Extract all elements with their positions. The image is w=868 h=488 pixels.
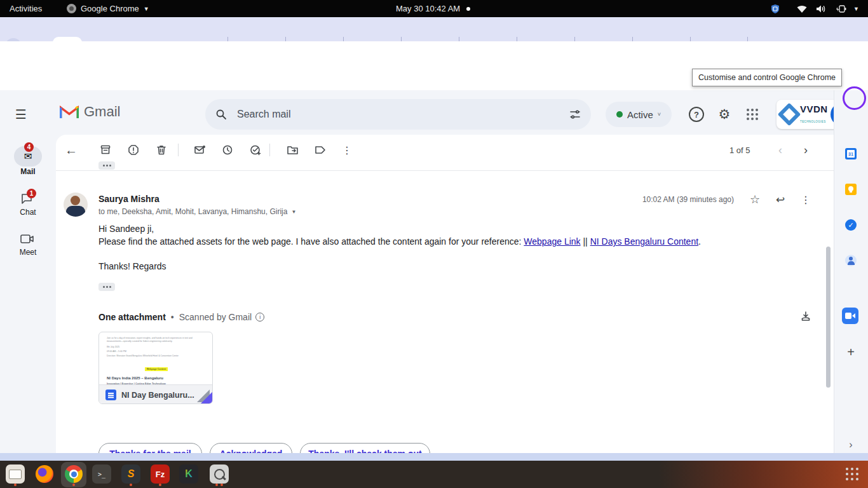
clock[interactable]: May 30 10:42 AM (396, 0, 470, 17)
search-filters-icon[interactable] (569, 109, 581, 120)
question-icon: ? (689, 107, 704, 122)
show-side-panel-chevron[interactable]: › (844, 438, 857, 451)
running-dot (159, 484, 161, 486)
shield-icon (770, 4, 780, 14)
report-spam-button[interactable] (125, 141, 142, 159)
dock-terminal[interactable]: >_ (92, 464, 111, 484)
wifi-icon (796, 4, 808, 14)
previous-message-fragment[interactable] (98, 158, 115, 170)
side-panel-rail (834, 90, 868, 453)
scrollbar-thumb[interactable] (826, 247, 831, 388)
terminal-icon: >_ (98, 471, 105, 478)
attachment-preview: Join us for a day of innovation, expert … (99, 332, 213, 384)
gmail-m-icon (60, 104, 79, 119)
reply-button[interactable]: ↩ (771, 191, 789, 208)
sidebar-item-meet-icon[interactable] (20, 233, 35, 248)
older-email-chevron[interactable]: › (797, 141, 815, 159)
dock-screenshot-tool[interactable] (210, 464, 229, 484)
chrome-icon (65, 465, 83, 483)
show-applications-button[interactable] (846, 468, 858, 480)
download-all-attachments-button[interactable] (797, 308, 815, 325)
calendar-icon[interactable]: 31 (844, 147, 857, 160)
activities-button[interactable]: Activities (10, 0, 42, 17)
app-menu[interactable]: Google Chrome ▼ (67, 0, 149, 17)
dock-files[interactable] (6, 464, 25, 484)
sender-name[interactable]: Saurya Mishra (98, 194, 159, 204)
system-tray[interactable]: ▼ (796, 0, 859, 17)
caret-down-icon: ▼ (144, 6, 149, 12)
notification-dot-icon (466, 7, 470, 11)
running-dot (14, 484, 17, 486)
running-dot (220, 484, 223, 486)
volume-icon (815, 4, 827, 14)
magnifier-icon (214, 469, 225, 480)
show-trimmed-content-button[interactable] (98, 279, 115, 291)
ni-days-content-link[interactable]: NI Days Bengaluru Content (590, 236, 698, 247)
camera-icon (20, 233, 35, 245)
sidebar-item-meet[interactable]: Meet (0, 248, 56, 257)
smart-reply-1[interactable]: Thanks for the mail (98, 443, 202, 453)
dock-chrome[interactable] (64, 464, 83, 484)
sidebar-item-mail[interactable]: Mail (0, 167, 56, 176)
dock-sublime[interactable]: S (121, 464, 140, 484)
search-input[interactable] (236, 108, 569, 121)
system-top-bar: Activities Google Chrome ▼ May 30 10:42 … (0, 0, 868, 17)
preview-title: NI Days India 2025 – Bengaluru (107, 376, 206, 380)
mark-unread-button[interactable] (191, 141, 208, 159)
delete-button[interactable] (153, 141, 170, 159)
k-app-icon: K (185, 468, 193, 480)
more-options-kebab[interactable]: ⋮ (338, 141, 356, 159)
webpage-link[interactable]: Webpage Link (524, 236, 580, 247)
attachment-name: NI Day Bengaluru... (121, 391, 194, 400)
apps-grid-icon (747, 109, 758, 120)
tasks-icon[interactable]: ✓ (844, 219, 857, 231)
running-dot (130, 484, 132, 486)
add-addon-plus-button[interactable]: + (844, 346, 857, 358)
chat-badge: 1 (27, 189, 36, 198)
attachment-footer[interactable]: NI Day Bengaluru... (99, 384, 213, 404)
google-docs-icon (105, 390, 116, 400)
smart-reply-2[interactable]: Acknowledged (210, 443, 292, 453)
highlighted-text: Webpage Content (145, 367, 168, 371)
sidebar-item-chat[interactable]: Chat (0, 208, 56, 217)
dock-filezilla[interactable]: Fz (151, 464, 170, 484)
sender-avatar[interactable] (64, 193, 88, 217)
smart-reply-3[interactable]: Thanks, I'll check them out (300, 443, 430, 453)
search-icon[interactable] (215, 109, 227, 120)
email-signoff: Thanks! Regards (98, 261, 166, 271)
envelope-icon: ✉ (24, 151, 32, 162)
attachment-section-header: One attachment • Scanned by Gmail i (98, 312, 264, 322)
active-status-dot (616, 111, 623, 118)
back-to-inbox-button[interactable]: ← (62, 141, 80, 159)
search-bar[interactable] (205, 99, 591, 130)
settings-gear-button[interactable]: ⚙ (712, 102, 737, 127)
email-body-line: Please find the attached assets for the … (98, 236, 701, 247)
page-fold-icon (200, 391, 213, 404)
message-kebab[interactable]: ⋮ (797, 191, 815, 208)
show-details-caret-icon[interactable]: ▼ (291, 209, 296, 215)
google-apps-button[interactable] (740, 102, 765, 127)
help-button[interactable]: ? (684, 102, 709, 127)
archive-button[interactable] (97, 141, 114, 159)
status-selector[interactable]: Active ˅ (606, 102, 672, 127)
snooze-button[interactable] (219, 141, 236, 159)
pagination-counter: 1 of 5 (729, 146, 750, 155)
sublime-icon: S (128, 468, 135, 480)
main-menu-hamburger[interactable]: ☰ (8, 102, 34, 127)
star-button[interactable]: ☆ (746, 191, 764, 208)
recipients-row[interactable]: to me, Deeksha, Amit, Mohit, Lavanya, Hi… (98, 207, 296, 216)
labels-button[interactable] (311, 141, 329, 159)
meet-app-icon[interactable] (842, 308, 858, 324)
info-icon[interactable]: i (255, 313, 264, 322)
attachment-card[interactable]: Join us for a day of innovation, expert … (98, 332, 213, 404)
add-to-tasks-button[interactable] (247, 141, 264, 159)
contacts-icon[interactable] (844, 254, 857, 267)
newer-email-chevron[interactable]: ‹ (771, 141, 789, 159)
move-to-button[interactable] (283, 141, 301, 159)
keep-icon[interactable] (844, 183, 857, 196)
dock-firefox[interactable] (35, 464, 54, 484)
dock-k-app[interactable]: K (179, 464, 198, 484)
filezilla-icon: Fz (156, 470, 165, 479)
shield-indicator[interactable] (770, 0, 780, 17)
gmail-logo[interactable]: Gmail (60, 104, 120, 120)
